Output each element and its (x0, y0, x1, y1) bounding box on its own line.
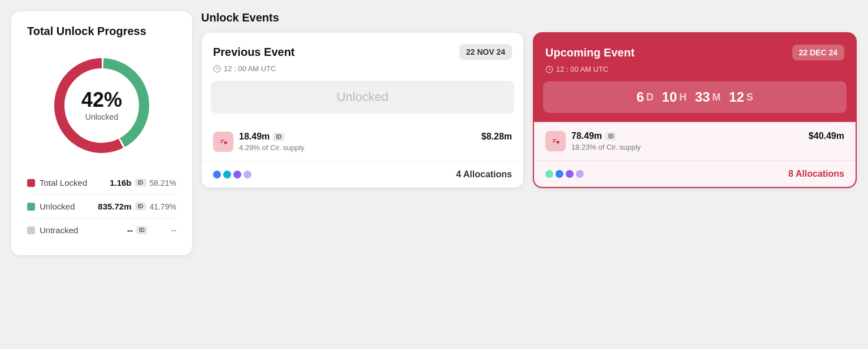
legend-pct: -- (151, 226, 176, 235)
countdown-text: 6D 10H 33M 12S (552, 89, 837, 105)
upcoming-alloc-dot-4 (576, 170, 584, 178)
upcoming-alloc-dot-2 (555, 170, 563, 178)
legend-left: Untracked (27, 225, 78, 235)
unlocked-status-text: Unlocked (337, 90, 389, 104)
legend-pct: 58.21% (150, 178, 176, 187)
upcoming-token-icon (545, 131, 566, 151)
upcoming-token-details: 78.49m ID 18.23% of Cir. supply (571, 131, 641, 151)
alloc-dot-4 (244, 171, 251, 178)
upcoming-event-card: Upcoming Event 22 DEC 24 12 : 00 AM UTC … (533, 32, 857, 188)
svg-rect-14 (553, 141, 555, 142)
previous-token-details: 18.49m ID 4.29% of Cir. supply (239, 132, 305, 152)
countdown-days: 6 (636, 89, 644, 105)
upcoming-white-area: 78.49m ID 18.23% of Cir. supply $40.49m (534, 122, 856, 187)
previous-token-row: 18.49m ID 4.29% of Cir. supply $8.28m (213, 132, 512, 152)
previous-allocations-footer[interactable]: 4 Allocations (202, 161, 523, 187)
previous-token-supply: 4.29% of Cir. supply (239, 143, 305, 152)
legend-value: 835.72m (98, 202, 131, 211)
main-container: Total Unlock Progress 42% Unlocked (11, 11, 857, 255)
upcoming-alloc-dot-1 (545, 170, 553, 178)
donut-center: 42% Unlocked (81, 90, 122, 121)
upcoming-token-amount: 78.49m (571, 131, 602, 141)
upcoming-alloc-dot-3 (566, 170, 574, 178)
legend-badge: ID (135, 178, 146, 187)
legend-dot (27, 226, 35, 234)
previous-event-time: 12 : 00 AM UTC (202, 64, 523, 81)
countdown-m-label: M (712, 91, 721, 103)
countdown-hours: 10 (662, 89, 677, 105)
countdown-seconds: 12 (729, 89, 744, 105)
legend-badge: ID (135, 202, 146, 211)
upcoming-event-time: 12 : 00 AM UTC (534, 65, 856, 81)
alloc-dot-2 (223, 171, 231, 178)
legend-dot (27, 203, 35, 211)
legend-item: Untracked -- ID -- (27, 225, 176, 242)
total-unlock-progress-card: Total Unlock Progress 42% Unlocked (11, 11, 192, 255)
previous-time-text: 12 : 00 AM UTC (224, 64, 276, 73)
countdown-d-label: D (646, 91, 654, 103)
previous-event-card: Previous Event 22 NOV 24 12 : 00 AM UTC … (201, 32, 524, 188)
previous-event-date: 22 NOV 24 (459, 44, 512, 60)
legend-value: 1.16b (110, 178, 131, 187)
legend-dot (27, 179, 35, 187)
upcoming-token-info: 78.49m ID 18.23% of Cir. supply $40.49m (534, 122, 856, 160)
upcoming-time-text: 12 : 00 AM UTC (556, 65, 608, 73)
upcoming-event-header: Upcoming Event 22 DEC 24 (534, 33, 856, 65)
previous-token-badge: ID (273, 133, 284, 141)
countdown-box: 6D 10H 33M 12S (543, 81, 847, 113)
svg-rect-8 (220, 140, 224, 141)
upcoming-clock-icon (545, 66, 553, 73)
svg-point-15 (557, 141, 559, 143)
id-token-icon (218, 136, 229, 147)
upcoming-allocations-label: 8 Allocations (788, 169, 844, 179)
legend-left: Total Locked (27, 178, 87, 187)
alloc-dot-1 (213, 171, 221, 178)
upcoming-token-amount-row: 78.49m ID (571, 131, 641, 141)
svg-rect-9 (220, 142, 223, 143)
legend-pct: 41.79% (150, 202, 176, 211)
legend-value: -- (127, 225, 133, 235)
previous-token-usd: $8.28m (481, 132, 512, 142)
legend-name: Unlocked (40, 202, 75, 211)
legend-badge: ID (136, 226, 147, 234)
previous-token-amount-row: 18.49m ID (239, 132, 305, 142)
unlock-events-section: Unlock Events Previous Event 22 NOV 24 1… (201, 11, 857, 255)
clock-icon (213, 65, 221, 73)
previous-alloc-dots (213, 171, 251, 178)
left-card-title: Total Unlock Progress (27, 25, 176, 38)
countdown-s-label: S (747, 91, 753, 103)
donut-percent-text: 42% (81, 90, 122, 110)
legend-right: 1.16b ID 58.21% (110, 178, 176, 187)
legend-name: Total Locked (40, 178, 87, 187)
upcoming-token-supply: 18.23% of Cir. supply (571, 143, 641, 151)
legend-left: Unlocked (27, 202, 75, 211)
upcoming-event-title: Upcoming Event (545, 46, 635, 59)
svg-rect-13 (553, 139, 557, 141)
legend-right: -- ID -- (127, 225, 176, 235)
legend-item: Total Locked 1.16b ID 58.21% (27, 178, 176, 195)
legend-item: Unlocked 835.72m ID 41.79% (27, 202, 176, 219)
donut-label-text: Unlocked (85, 112, 118, 121)
previous-event-title: Previous Event (213, 46, 295, 59)
section-title: Unlock Events (201, 11, 857, 24)
previous-allocations-label: 4 Allocations (456, 169, 512, 180)
events-row: Previous Event 22 NOV 24 12 : 00 AM UTC … (201, 32, 857, 188)
legend-name: Untracked (40, 225, 78, 235)
upcoming-id-token-icon (550, 136, 561, 147)
previous-event-header: Previous Event 22 NOV 24 (202, 33, 523, 64)
upcoming-token-badge: ID (605, 132, 617, 141)
alloc-dot-3 (233, 171, 241, 178)
unlocked-status-box: Unlocked (211, 81, 514, 114)
upcoming-token-usd: $40.49m (809, 131, 844, 141)
previous-token-icon (213, 132, 233, 152)
upcoming-token-left: 78.49m ID 18.23% of Cir. supply (545, 131, 641, 151)
legend-right: 835.72m ID 41.79% (98, 202, 176, 211)
previous-token-left: 18.49m ID 4.29% of Cir. supply (213, 132, 305, 152)
upcoming-event-date: 22 DEC 24 (792, 45, 844, 60)
countdown-minutes: 33 (695, 89, 710, 105)
upcoming-allocations-footer[interactable]: 8 Allocations (534, 160, 856, 187)
upcoming-token-row: 78.49m ID 18.23% of Cir. supply $40.49m (545, 131, 844, 151)
donut-chart-container: 42% Unlocked (27, 49, 176, 162)
previous-token-amount: 18.49m (239, 132, 270, 142)
legend: Total Locked 1.16b ID 58.21% Unlocked 83… (27, 178, 176, 242)
